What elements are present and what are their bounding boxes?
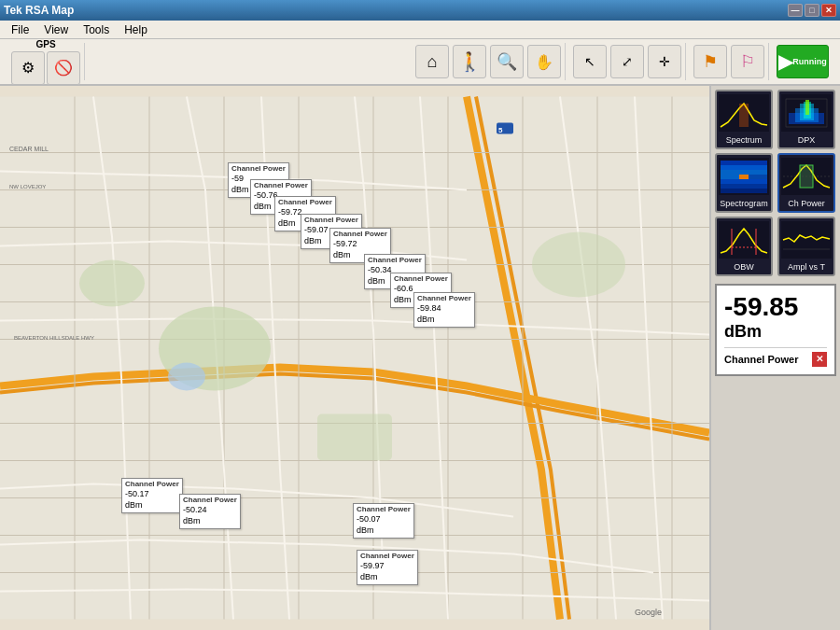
svg-point-38 bbox=[433, 312, 441, 319]
maximize-button[interactable]: □ bbox=[805, 4, 819, 17]
minimize-button[interactable]: — bbox=[788, 4, 803, 17]
svg-rect-57 bbox=[721, 175, 739, 179]
ch-power-value: -59.85 bbox=[724, 293, 827, 322]
running-button[interactable]: ▶ Running bbox=[777, 45, 829, 78]
home-button[interactable]: ⌂ bbox=[415, 45, 449, 78]
ch-power-footer: Channel Power ✕ bbox=[724, 347, 827, 367]
svg-text:5: 5 bbox=[498, 126, 503, 134]
toolbar: GPS ⚙ 🚫 ⌂ 🚶 🔍 ✋ ↖ ⤢ ✛ ⚑ ⚐ ▶ Running bbox=[0, 39, 840, 86]
svg-point-36 bbox=[382, 273, 389, 281]
amplvst-label: Ampl vs T bbox=[788, 262, 825, 272]
nav-tools: ⌂ 🚶 🔍 ✋ bbox=[412, 43, 566, 80]
svg-rect-55 bbox=[721, 165, 767, 170]
svg-point-37 bbox=[410, 292, 417, 300]
main-area: CEDAR MILL NW LOVEJOY BEAVERTON HILLSDAL… bbox=[0, 86, 840, 630]
search-button[interactable]: 🔍 bbox=[490, 45, 524, 78]
svg-point-41 bbox=[384, 525, 391, 532]
svg-rect-70 bbox=[781, 221, 832, 259]
gps-label: GPS bbox=[35, 39, 55, 49]
close-button[interactable]: ✕ bbox=[821, 4, 836, 17]
ch-power-close-button[interactable]: ✕ bbox=[812, 352, 827, 367]
menu-tools[interactable]: Tools bbox=[76, 21, 117, 38]
spectrum-panel-button[interactable]: Spectrum bbox=[715, 90, 773, 149]
panel-grid: Spectrum DPX bbox=[715, 90, 836, 276]
flag-pink-button[interactable]: ⚐ bbox=[731, 45, 764, 78]
menu-file[interactable]: File bbox=[4, 21, 36, 38]
select-tools: ↖ ⤢ ✛ bbox=[569, 43, 686, 80]
svg-text:BEAVERTON HILLSDALE HWY: BEAVERTON HILLSDALE HWY bbox=[14, 335, 94, 341]
ch-power-label: Channel Power bbox=[724, 354, 798, 365]
gps-cancel-button[interactable]: 🚫 bbox=[47, 51, 80, 85]
flag-tools: ⚑ ⚐ bbox=[690, 43, 769, 80]
svg-rect-60 bbox=[721, 179, 767, 184]
hand-button[interactable]: ✋ bbox=[527, 45, 561, 78]
person-button[interactable]: 🚶 bbox=[453, 45, 486, 78]
svg-point-35 bbox=[346, 247, 354, 255]
svg-rect-66 bbox=[719, 221, 769, 259]
svg-rect-56 bbox=[721, 170, 767, 175]
svg-rect-61 bbox=[721, 184, 767, 189]
titlebar: Tek RSA Map — □ ✕ bbox=[0, 0, 840, 21]
svg-point-33 bbox=[286, 217, 293, 225]
dpx-panel-button[interactable]: DPX bbox=[777, 90, 835, 149]
svg-point-42 bbox=[384, 569, 391, 577]
svg-rect-54 bbox=[721, 161, 767, 165]
spectrogram-label: Spectrogram bbox=[720, 199, 768, 208]
svg-point-25 bbox=[168, 363, 205, 391]
gps-group: GPS ⚙ 🚫 bbox=[7, 43, 85, 80]
gps-settings-button[interactable]: ⚙ bbox=[11, 51, 45, 85]
obw-label: OBW bbox=[734, 262, 754, 272]
titlebar-title: Tek RSA Map bbox=[4, 4, 74, 17]
svg-rect-23 bbox=[317, 414, 392, 461]
dpx-label: DPX bbox=[798, 135, 816, 145]
svg-rect-59 bbox=[749, 175, 767, 179]
amplvst-panel-button[interactable]: Ampl vs T bbox=[777, 217, 835, 276]
svg-point-40 bbox=[202, 513, 209, 521]
obw-panel-button[interactable]: OBW bbox=[715, 217, 773, 276]
titlebar-buttons: — □ ✕ bbox=[788, 4, 836, 17]
svg-point-22 bbox=[79, 260, 145, 307]
ch-power-unit: dBm bbox=[724, 322, 827, 342]
svg-point-31 bbox=[234, 184, 242, 191]
svg-point-39 bbox=[146, 497, 153, 504]
svg-rect-52 bbox=[805, 100, 809, 115]
svg-point-32 bbox=[262, 201, 270, 208]
svg-point-24 bbox=[532, 232, 625, 298]
spectrogram-panel-button[interactable]: Spectrogram bbox=[715, 153, 773, 213]
svg-text:NW LOVEJOY: NW LOVEJOY bbox=[9, 184, 46, 189]
menubar: File View Tools Help bbox=[0, 21, 840, 39]
svg-text:CEDAR MILL: CEDAR MILL bbox=[9, 146, 49, 152]
map-area[interactable]: CEDAR MILL NW LOVEJOY BEAVERTON HILLSDAL… bbox=[0, 86, 709, 630]
chpower-label: Ch Power bbox=[788, 199, 825, 208]
svg-rect-45 bbox=[739, 104, 749, 127]
right-panel: Spectrum DPX bbox=[709, 86, 840, 630]
cursor-button[interactable]: ↖ bbox=[573, 45, 607, 78]
crosshair-button[interactable]: ✛ bbox=[648, 45, 681, 78]
running-label: Running bbox=[792, 57, 827, 66]
flag-orange-button[interactable]: ⚑ bbox=[693, 45, 727, 78]
svg-text:Google: Google bbox=[635, 608, 662, 617]
svg-rect-62 bbox=[721, 189, 767, 193]
chpower-panel-button[interactable]: Ch Power bbox=[777, 153, 835, 213]
menu-view[interactable]: View bbox=[36, 21, 76, 38]
spectrum-label: Spectrum bbox=[726, 135, 763, 145]
ch-power-readout: -59.85 dBm Channel Power ✕ bbox=[715, 284, 836, 376]
svg-point-34 bbox=[318, 235, 326, 243]
move-button[interactable]: ⤢ bbox=[610, 45, 644, 78]
svg-rect-58 bbox=[739, 175, 749, 179]
running-group: ▶ Running bbox=[773, 43, 833, 80]
menu-help[interactable]: Help bbox=[117, 21, 155, 38]
